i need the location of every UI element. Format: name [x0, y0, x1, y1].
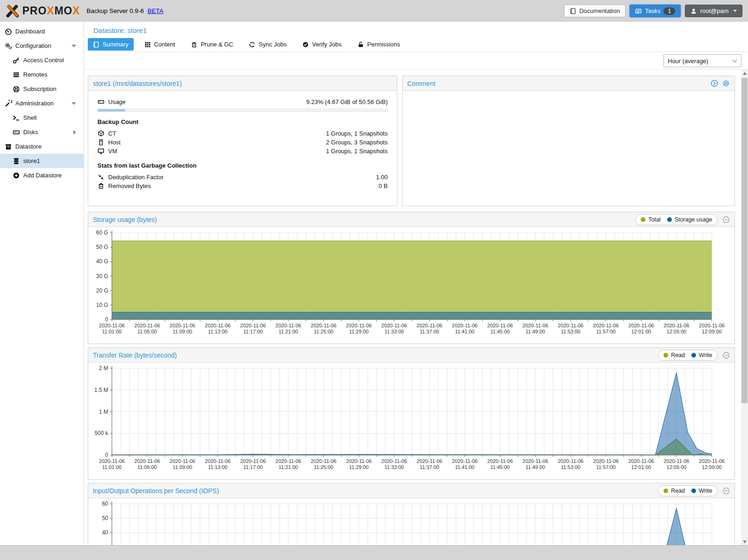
tasks-count-badge: 1: [663, 7, 675, 15]
series-area-Storage usage: [112, 312, 712, 319]
x-tick-date: 2020-11-06: [416, 323, 442, 328]
x-tick-date: 2020-11-06: [346, 323, 371, 328]
user-label: root@pam: [700, 7, 728, 14]
x-tick-date: 2020-11-06: [452, 458, 477, 464]
chevron-right-circle-icon[interactable]: [710, 79, 718, 87]
sidebar-item-disks[interactable]: Disks: [0, 125, 84, 139]
x-tick-time: 11:37:00: [420, 464, 439, 470]
x-tick-date: 2020-11-06: [699, 323, 724, 328]
legend-item-storage-usage[interactable]: Storage usage: [667, 216, 712, 223]
x-tick-time: 11:57:00: [596, 329, 616, 334]
hdd-icon: [98, 98, 105, 106]
usage-value: 9.23% (4.67 GiB of 50.56 GiB): [306, 98, 388, 105]
x-tick-time: 11:49:00: [526, 464, 545, 470]
transfer-rate-legend: Read Write: [658, 350, 718, 361]
sidebar-item-shell[interactable]: Shell: [0, 111, 84, 125]
page-title: Datastore: store1: [84, 22, 748, 37]
sidebar-item-add-datastore[interactable]: Add Datastore: [0, 168, 84, 182]
y-tick-label: 40: [102, 529, 109, 536]
list-icon: [13, 71, 20, 78]
x-tick-date: 2020-11-06: [381, 323, 407, 328]
x-tick-date: 2020-11-06: [487, 458, 513, 464]
x-tick-time: 11:45:00: [490, 464, 510, 470]
x-tick-time: 11:09:00: [173, 329, 192, 334]
legend-dot: [691, 353, 696, 358]
x-tick-date: 2020-11-06: [522, 458, 548, 464]
x-tick-time: 11:49:00: [526, 329, 545, 334]
iops-title: Input/Output Operations per Second (IOPS…: [93, 487, 219, 495]
y-tick-label: 50: [102, 515, 109, 521]
gear-icon[interactable]: [722, 79, 730, 87]
store1-panel-title: store1 (/mnt/datastores/store1): [93, 80, 182, 87]
database-icon: [13, 157, 20, 165]
server-icon: [98, 139, 105, 146]
tab-permissions[interactable]: Permissions: [352, 38, 405, 51]
compress-icon: [98, 174, 105, 181]
comment-body[interactable]: [403, 91, 735, 206]
x-tick-time: 11:01:00: [102, 464, 122, 470]
scrollbar-thumb[interactable]: [741, 78, 748, 403]
beta-link[interactable]: BETA: [148, 7, 163, 14]
sidebar-item-configuration[interactable]: Configuration: [0, 39, 84, 53]
tab-verify-jobs[interactable]: Verify Jobs: [297, 38, 347, 51]
user-menu-button[interactable]: root@pam: [685, 5, 742, 17]
collapse-caret-icon[interactable]: [72, 102, 76, 105]
sidebar-item-subscription[interactable]: Subscription: [0, 82, 84, 96]
legend-dot: [663, 353, 668, 358]
collapse-caret-icon[interactable]: [72, 45, 76, 47]
plus-circle-icon: [13, 172, 20, 179]
collapse-panel-button[interactable]: [722, 487, 730, 495]
iops-panel-header: Input/Output Operations per Second (IOPS…: [88, 483, 735, 498]
sidebar-item-dashboard[interactable]: Dashboard: [0, 24, 84, 39]
expand-caret-icon[interactable]: [73, 130, 76, 135]
key-icon: [13, 57, 20, 64]
sidebar-item-datastore[interactable]: Datastore: [0, 139, 84, 154]
wrench-icon: [5, 100, 12, 107]
transfer-rate-chart: 2 M1.5 M1 M500 k02020-11-0611:01:002020-…: [89, 363, 735, 479]
x-tick-date: 2020-11-06: [275, 323, 301, 328]
x-tick-date: 2020-11-06: [593, 458, 618, 464]
app-header: PROXMOX Backup Server 0.9-6 BETA Documen…: [0, 0, 748, 22]
toolbar: Hour (average): [84, 52, 748, 70]
x-tick-time: 12:09:00: [702, 329, 722, 334]
iops-legend: Read Write: [658, 485, 718, 496]
tab-summary[interactable]: Summary: [88, 38, 134, 51]
tasks-button[interactable]: Tasks 1: [630, 5, 681, 17]
task-list-icon: [635, 8, 642, 14]
tab-sync-jobs[interactable]: Sync Jobs: [244, 38, 292, 51]
legend-item-write[interactable]: Write: [691, 352, 712, 358]
timeframe-select[interactable]: Hour (average): [663, 54, 741, 67]
tab-content[interactable]: Content: [139, 38, 181, 51]
sidebar-item-store1[interactable]: store1: [0, 154, 84, 168]
scroll-down-arrow[interactable]: [741, 538, 748, 545]
scroll-up-arrow[interactable]: [741, 70, 748, 77]
documentation-button[interactable]: Documentation: [564, 5, 625, 17]
chevron-down-icon: [732, 59, 737, 63]
y-tick-label: 30 G: [96, 273, 108, 280]
tab-prune-gc[interactable]: Prune & GC: [186, 38, 238, 51]
x-tick-date: 2020-11-06: [99, 458, 124, 464]
x-tick-date: 2020-11-06: [628, 458, 654, 464]
x-tick-date: 2020-11-06: [99, 323, 124, 328]
sidebar-item-remotes[interactable]: Remotes: [0, 67, 84, 82]
legend-dot: [667, 217, 672, 222]
x-tick-time: 11:33:00: [384, 329, 404, 334]
x-tick-time: 11:57:00: [596, 464, 616, 470]
y-tick-label: 500 k: [95, 430, 109, 436]
y-tick-label: 2 M: [99, 365, 108, 371]
vertical-scrollbar[interactable]: [741, 70, 748, 545]
x-tick-time: 11:17:00: [243, 464, 263, 470]
usage-row: Usage 9.23% (4.67 GiB of 50.56 GiB): [98, 98, 388, 106]
sidebar-item-administration[interactable]: Administration: [0, 96, 84, 111]
sidebar-item-access-control[interactable]: Access Control: [0, 53, 84, 67]
legend-item-total[interactable]: Total: [641, 216, 660, 223]
collapse-panel-button[interactable]: [722, 352, 730, 359]
legend-item-write[interactable]: Write: [691, 488, 712, 494]
documentation-label: Documentation: [579, 7, 620, 14]
legend-item-read[interactable]: Read: [663, 352, 685, 358]
x-tick-time: 12:09:00: [702, 464, 722, 470]
collapse-panel-button[interactable]: [722, 216, 730, 223]
x-tick-time: 11:33:00: [384, 464, 404, 470]
legend-item-read[interactable]: Read: [663, 488, 685, 494]
usage-progress-bar: [98, 109, 388, 112]
